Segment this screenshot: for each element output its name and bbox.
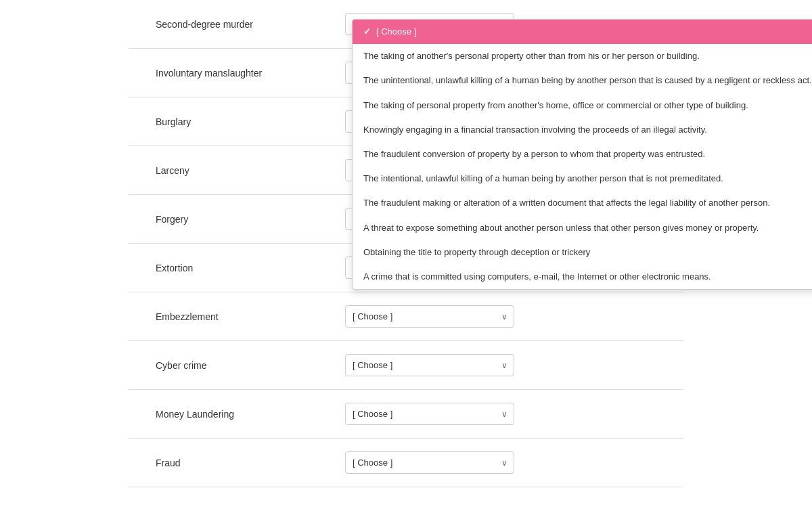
- table-wrapper: Second-degree murder[ Choose ]The taking…: [129, 0, 683, 487]
- crime-row: Fraud[ Choose ]The taking of another's p…: [129, 439, 683, 487]
- crime-row: Cyber crime[ Choose ]The taking of anoth…: [129, 341, 683, 390]
- crime-row: Money Laundering[ Choose ]The taking of …: [129, 390, 683, 439]
- select-wrapper: [ Choose ]The taking of another's person…: [345, 403, 514, 425]
- dropdown-item[interactable]: Knowingly engaging in a financial transa…: [353, 118, 812, 142]
- crime-select[interactable]: [ Choose ]The taking of another's person…: [345, 403, 514, 425]
- crime-rows-container: Second-degree murder[ Choose ]The taking…: [129, 0, 683, 487]
- crime-label: Extortion: [129, 263, 345, 273]
- crime-label: Second-degree murder: [129, 19, 345, 30]
- dropdown-item[interactable]: Obtaining the title to property through …: [353, 240, 812, 265]
- crime-row: Second-degree murder[ Choose ]The taking…: [129, 0, 683, 49]
- crime-select[interactable]: [ Choose ]The taking of another's person…: [345, 305, 514, 328]
- crime-label: Embezzlement: [129, 311, 345, 322]
- crime-label: Forgery: [129, 214, 345, 225]
- dropdown-item[interactable]: The taking of personal property from ano…: [353, 93, 812, 118]
- crime-select[interactable]: [ Choose ]The taking of another's person…: [345, 451, 514, 474]
- select-wrapper: [ Choose ]The taking of another's person…: [345, 354, 514, 376]
- crime-label: Burglary: [129, 116, 345, 127]
- crime-label: Involuntary manslaughter: [129, 68, 345, 79]
- crime-row: Embezzlement[ Choose ]The taking of anot…: [129, 292, 683, 341]
- crime-label: Cyber crime: [129, 360, 345, 371]
- select-wrapper: [ Choose ]The taking of another's person…: [345, 451, 514, 474]
- dropdown-item[interactable]: The intentional, unlawful killing of a h…: [353, 166, 812, 191]
- dropdown-item[interactable]: The fraudulent conversion of property by…: [353, 142, 812, 166]
- dropdown-item[interactable]: The taking of another's personal propert…: [353, 44, 812, 68]
- select-wrapper: [ Choose ]The taking of another's person…: [345, 305, 514, 328]
- crime-select[interactable]: [ Choose ]The taking of another's person…: [345, 354, 514, 376]
- crime-label: Money Laundering: [129, 409, 345, 420]
- crime-label: Fraud: [129, 458, 345, 468]
- dropdown-item[interactable]: A threat to expose something about anoth…: [353, 216, 812, 240]
- dropdown-overlay: [ Choose ]The taking of another's person…: [352, 19, 812, 290]
- dropdown-item[interactable]: The unintentional, unlawful killing of a…: [353, 68, 812, 93]
- dropdown-item[interactable]: [ Choose ]: [353, 20, 812, 44]
- crime-label: Larceny: [129, 165, 345, 176]
- dropdown-item[interactable]: The fraudulent making or alteration of a…: [353, 191, 812, 215]
- page-container: Second-degree murder[ Choose ]The taking…: [0, 0, 812, 511]
- dropdown-item[interactable]: A crime that is committed using computer…: [353, 265, 812, 289]
